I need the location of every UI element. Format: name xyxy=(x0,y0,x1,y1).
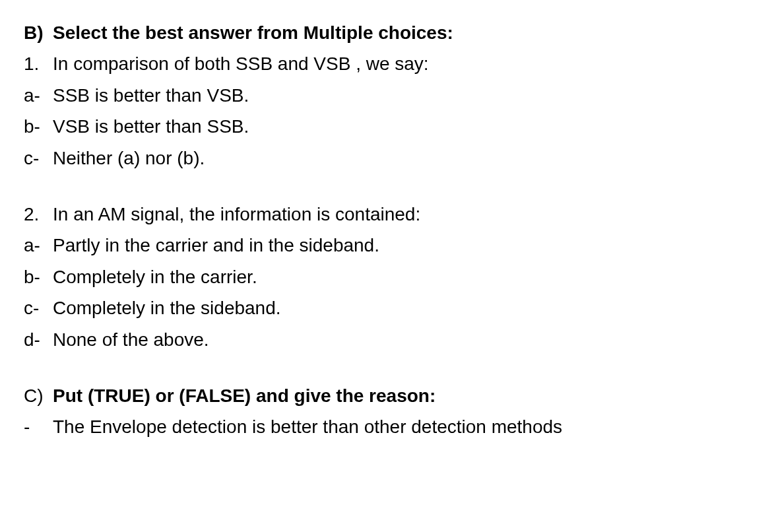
q2-a-text: Partly in the carrier and in the sideban… xyxy=(53,231,379,259)
q1-b-marker: b- xyxy=(24,112,53,141)
section-c-heading-text: Put (TRUE) or (FALSE) and give the reaso… xyxy=(53,382,436,410)
section-c-item: - The Envelope detection is better than … xyxy=(24,413,752,441)
section-c-heading: C) Put (TRUE) or (FALSE) and give the re… xyxy=(24,382,752,410)
q1-option-a: a- SSB is better than VSB. xyxy=(24,81,752,110)
section-b-marker: B) xyxy=(24,18,53,47)
section-c-item-text: The Envelope detection is better than ot… xyxy=(53,413,562,441)
q2-b-marker: b- xyxy=(24,263,53,291)
q2-option-c: c- Completely in the sideband. xyxy=(24,294,752,322)
q2-option-d: d- None of the above. xyxy=(24,325,752,354)
q1-c-marker: c- xyxy=(24,144,53,172)
q2-d-marker: d- xyxy=(24,325,53,354)
q2-c-marker: c- xyxy=(24,294,53,322)
q1-option-c: c- Neither (a) nor (b). xyxy=(24,144,752,172)
q1-text: In comparison of both SSB and VSB , we s… xyxy=(53,50,429,78)
q2-marker: 2. xyxy=(24,200,53,228)
q2-c-text: Completely in the sideband. xyxy=(53,294,281,322)
q2-option-a: a- Partly in the carrier and in the side… xyxy=(24,231,752,259)
q2-b-text: Completely in the carrier. xyxy=(53,263,257,291)
q1-option-b: b- VSB is better than SSB. xyxy=(24,112,752,141)
q1-c-text: Neither (a) nor (b). xyxy=(53,144,205,172)
q1-stem: 1. In comparison of both SSB and VSB , w… xyxy=(24,50,752,78)
q1-a-text: SSB is better than VSB. xyxy=(53,81,249,110)
q1-marker: 1. xyxy=(24,50,53,78)
q2-d-text: None of the above. xyxy=(53,325,209,354)
section-b-heading: B) Select the best answer from Multiple … xyxy=(24,18,752,47)
q2-text: In an AM signal, the information is cont… xyxy=(53,200,420,228)
q2-a-marker: a- xyxy=(24,231,53,259)
gap-1 xyxy=(24,175,752,200)
q2-stem: 2. In an AM signal, the information is c… xyxy=(24,200,752,228)
q1-a-marker: a- xyxy=(24,81,53,110)
section-b-heading-text: Select the best answer from Multiple cho… xyxy=(53,18,453,47)
q1-b-text: VSB is better than SSB. xyxy=(53,112,249,141)
q2-option-b: b- Completely in the carrier. xyxy=(24,263,752,291)
gap-2 xyxy=(24,356,752,382)
section-c-marker: C) xyxy=(24,382,53,410)
section-c-item-marker: - xyxy=(24,413,53,441)
